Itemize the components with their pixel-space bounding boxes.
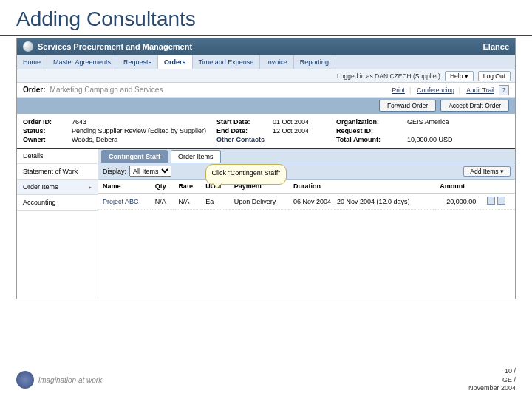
delete-icon[interactable]: [497, 197, 505, 205]
col-name[interactable]: Name: [98, 180, 151, 194]
order-name: Marketing Campaign and Services: [50, 86, 163, 94]
table-header-row: Name Qty Rate UOM Payment Duration Amoun…: [98, 180, 515, 194]
meta-other-contacts-label[interactable]: Other Contacts: [216, 136, 268, 143]
footer-tagline: imagination at work: [38, 376, 102, 384]
meta-end-date-value: 12 Oct 2004: [273, 127, 332, 134]
order-header: Order: Marketing Campaign and Services P…: [17, 83, 515, 98]
nav-tab-home[interactable]: Home: [17, 55, 47, 69]
nav-bar: Home Master Agreements Requests Orders T…: [17, 55, 515, 69]
caret-right-icon: ▸: [89, 184, 92, 191]
accept-draft-order-button[interactable]: Accept Draft Order: [440, 100, 509, 112]
sidenav-sow[interactable]: Statement of Work: [17, 164, 98, 180]
col-duration[interactable]: Duration: [289, 180, 435, 194]
meta-other-contacts-value: [273, 136, 332, 143]
row-name-link[interactable]: Project ABC: [98, 194, 151, 210]
meta-end-date-label: End Date:: [216, 127, 268, 134]
app-titlebar: Services Procurement and Management Elan…: [17, 38, 515, 55]
meta-order-id-value: 7643: [72, 118, 212, 126]
slide-title: Adding Consultants: [0, 0, 532, 35]
meta-total-amount-label: Total Amount:: [336, 136, 403, 143]
edit-icon[interactable]: [487, 197, 495, 205]
order-action-bar: Forward Order Accept Draft Order: [17, 98, 515, 114]
sidenav-sow-label: Statement of Work: [23, 168, 78, 175]
row-rate: N/A: [174, 194, 201, 210]
side-nav: Details Statement of Work Order Items▸ A…: [17, 149, 98, 299]
sidenav-accounting-label: Accounting: [23, 199, 56, 206]
nav-tab-master-agreements[interactable]: Master Agreements: [47, 55, 117, 69]
order-label: Order:: [23, 86, 46, 94]
sidenav-accounting[interactable]: Accounting: [17, 195, 98, 211]
row-duration: 06 Nov 2004 - 20 Nov 2004 (12.0 days): [289, 194, 435, 210]
footer-org: GE /: [468, 376, 516, 385]
sidenav-details-label: Details: [23, 152, 44, 160]
display-select[interactable]: All Items: [129, 166, 171, 177]
footer-right: 10 / GE / November 2004: [468, 367, 516, 393]
help-label: Help: [450, 72, 463, 80]
brand-name: Elance: [483, 42, 509, 51]
meta-total-amount-value: 10,000.00 USD: [407, 136, 509, 143]
meta-status-value: Pending Supplier Review (Edited by Suppl…: [72, 127, 212, 134]
slide-footer: imagination at work 10 / GE / November 2…: [0, 367, 532, 393]
ge-logo-icon: [16, 371, 34, 389]
footer-page: 10 /: [468, 367, 516, 376]
row-amount: 20,000.00: [435, 194, 480, 210]
meta-start-date-value: 01 Oct 2004: [273, 118, 332, 126]
meta-org-label: Organization:: [336, 118, 403, 126]
login-status: Logged in as DAN CZECH (Supplier): [337, 72, 440, 80]
help-button[interactable]: Help ▾: [445, 71, 474, 81]
conferencing-link[interactable]: Conferencing: [417, 86, 454, 94]
nav-tab-invoice[interactable]: Invoice: [260, 55, 294, 69]
main-pane: Contingent Staff Order Items Display: Al…: [98, 149, 515, 299]
app-title: Services Procurement and Management: [38, 42, 192, 51]
footer-date: November 2004: [468, 384, 516, 393]
col-amount[interactable]: Amount: [435, 180, 480, 194]
audit-trail-link[interactable]: Audit Trail: [466, 86, 494, 94]
row-qty: N/A: [151, 194, 174, 210]
items-table: Name Qty Rate UOM Payment Duration Amoun…: [98, 180, 515, 210]
spm-logo-icon: [23, 41, 33, 52]
add-items-button[interactable]: Add Items ▾: [463, 166, 511, 177]
row-uom: Ea: [201, 194, 230, 210]
subtab-strip: Contingent Staff Order Items: [98, 149, 515, 163]
subtab-order-items[interactable]: Order Items: [171, 150, 221, 163]
meta-status-label: Status:: [23, 127, 67, 134]
meta-owner-label: Owner:: [23, 136, 67, 143]
table-row: Project ABC N/A N/A Ea Upon Delivery 06 …: [98, 194, 515, 210]
col-qty[interactable]: Qty: [151, 180, 174, 194]
help-icon[interactable]: ?: [499, 85, 509, 95]
subtab-contingent-staff[interactable]: Contingent Staff: [101, 150, 168, 163]
sidenav-order-items-label: Order Items: [23, 183, 58, 191]
instruction-callout: Click "Contingent Staff": [205, 164, 287, 185]
display-label: Display:: [103, 168, 126, 175]
meta-request-id-value: [407, 127, 509, 134]
utility-bar: Logged in as DAN CZECH (Supplier) Help ▾…: [17, 69, 515, 83]
add-items-label: Add Items: [470, 168, 498, 175]
col-rate[interactable]: Rate: [174, 180, 201, 194]
nav-tab-orders[interactable]: Orders: [158, 55, 193, 69]
row-actions: [480, 194, 515, 210]
meta-owner-value: Woods, Debera: [72, 136, 212, 143]
nav-tab-requests[interactable]: Requests: [117, 55, 158, 69]
title-rule: [0, 35, 532, 36]
logout-button[interactable]: Log Out: [478, 71, 511, 81]
meta-org-value: GEIS America: [407, 118, 509, 126]
items-toolbar: Display: All Items Add Items ▾: [98, 163, 515, 180]
meta-request-id-label: Request ID:: [336, 127, 403, 134]
sidenav-details[interactable]: Details: [17, 149, 98, 164]
nav-tab-reporting[interactable]: Reporting: [294, 55, 335, 69]
sidenav-order-items[interactable]: Order Items▸: [17, 180, 98, 195]
forward-order-button[interactable]: Forward Order: [379, 100, 436, 112]
meta-start-date-label: Start Date:: [216, 118, 268, 126]
row-payment: Upon Delivery: [230, 194, 289, 210]
nav-tab-time-expense[interactable]: Time and Expense: [193, 55, 261, 69]
meta-order-id-label: Order ID:: [23, 118, 67, 126]
order-meta-grid: Order ID: 7643 Start Date: 01 Oct 2004 O…: [17, 114, 515, 149]
print-link[interactable]: Print: [392, 86, 404, 94]
